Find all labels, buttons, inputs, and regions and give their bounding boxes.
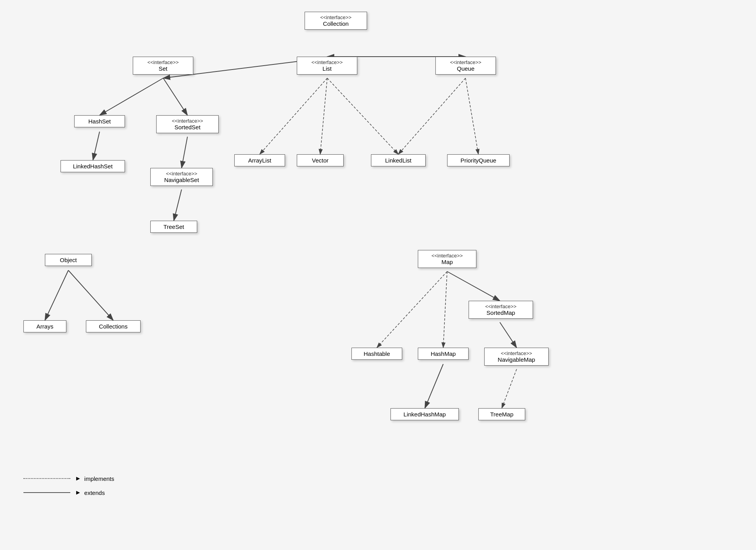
- node-priorityqueue: PriorityQueue: [447, 154, 510, 166]
- svg-line-19: [447, 271, 500, 301]
- node-treeset: TreeSet: [150, 221, 197, 233]
- svg-line-12: [327, 78, 398, 154]
- legend-arrow-implements: ►: [75, 475, 81, 482]
- node-object: Object: [45, 254, 92, 266]
- svg-line-17: [377, 271, 447, 348]
- node-navigableset: <<interface>> NavigableSet: [150, 168, 213, 186]
- legend-implements: ► implements: [23, 475, 114, 482]
- node-linkedhashset: LinkedHashSet: [61, 160, 125, 172]
- legend: ► implements ► extends: [23, 475, 114, 503]
- node-list: <<interface>> List: [297, 57, 357, 75]
- svg-line-22: [502, 369, 517, 408]
- legend-extends: ► extends: [23, 489, 114, 496]
- node-arrays: Arrays: [23, 320, 66, 332]
- node-linkedlist: LinkedList: [371, 154, 426, 166]
- node-sortedmap: <<interface>> SortedMap: [469, 301, 533, 319]
- node-treemap: TreeMap: [478, 408, 525, 420]
- svg-line-18: [443, 271, 447, 348]
- svg-line-9: [174, 189, 182, 221]
- svg-line-21: [425, 364, 443, 408]
- svg-line-11: [320, 78, 327, 154]
- node-collection: <<interface>> Collection: [305, 12, 367, 30]
- legend-dotted-line: [23, 478, 70, 479]
- svg-line-10: [260, 78, 327, 154]
- diagram: <<interface>> Collection <<interface>> S…: [0, 0, 756, 550]
- node-hashset: HashSet: [74, 115, 125, 127]
- svg-line-5: [100, 78, 163, 115]
- legend-arrow-extends: ►: [75, 489, 81, 496]
- svg-line-15: [45, 270, 68, 320]
- node-set: <<interface>> Set: [133, 57, 193, 75]
- svg-line-7: [93, 132, 100, 160]
- node-arraylist: ArrayList: [234, 154, 285, 166]
- node-sortedset: <<interface>> SortedSet: [156, 115, 219, 133]
- legend-solid-line: [23, 492, 70, 493]
- node-collections: Collections: [86, 320, 141, 332]
- svg-line-8: [182, 137, 187, 168]
- svg-line-16: [68, 270, 113, 320]
- svg-line-13: [398, 78, 465, 154]
- node-navigablemap: <<interface>> NavigableMap: [484, 348, 549, 366]
- legend-implements-label: implements: [84, 475, 114, 482]
- node-queue: <<interface>> Queue: [435, 57, 496, 75]
- svg-line-6: [163, 78, 187, 115]
- legend-extends-label: extends: [84, 489, 105, 496]
- svg-line-14: [465, 78, 478, 154]
- node-vector: Vector: [297, 154, 344, 166]
- node-hashtable: Hashtable: [351, 348, 402, 360]
- node-linkedhashmap: LinkedHashMap: [390, 408, 459, 420]
- node-map: <<interface>> Map: [418, 250, 476, 268]
- svg-line-20: [500, 322, 517, 348]
- node-hashmap: HashMap: [418, 348, 469, 360]
